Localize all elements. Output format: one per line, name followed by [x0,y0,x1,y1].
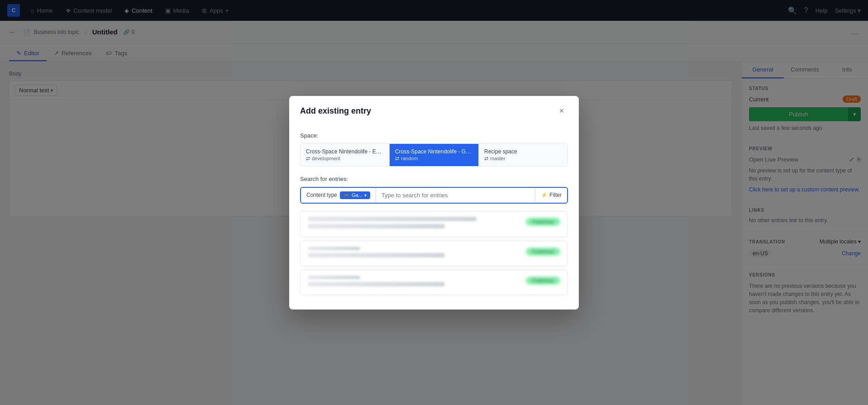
env-icon-2: ⇄ [484,156,488,162]
content-type-chevron-icon: ▾ [364,193,367,198]
result-item-0[interactable]: Published [300,211,568,237]
game-icon: 🎮 [343,192,350,198]
content-type-tag: 🎮 Ga... ▾ [340,191,370,199]
filter-icon: ⚡ [541,192,548,198]
result-right-0: Published [526,217,560,226]
results-list: Published Published [300,211,568,299]
modal: Add existing entry × Space: Cross-Space … [289,96,579,310]
env-icon-0: ⇄ [306,156,310,162]
result-line-1a [308,247,360,250]
result-right-1: Published [526,247,560,256]
result-left-2 [308,276,519,289]
space-tab-name-2: Recipe space [484,148,562,155]
result-line-0b [308,224,445,229]
result-right-2: Published [526,276,560,285]
modal-title: Add existing entry [300,106,371,116]
search-label: Search for entries: [300,176,568,182]
space-tab-env-0: ⇄ development [306,156,384,162]
result-line-2b [308,282,445,286]
search-bar: Content type 🎮 Ga... ▾ ⚡ Filter [300,187,568,204]
result-line-1b [308,253,445,257]
content-type-label: Content type [306,192,337,198]
result-item-1[interactable]: Published [300,241,568,266]
space-tab-env-1: ⇄ random [395,156,473,162]
filter-button[interactable]: ⚡ Filter [535,188,567,202]
modal-header: Add existing entry × [289,96,579,125]
result-item-2[interactable]: Published [300,270,568,295]
result-line-0a [308,217,477,221]
space-tab-cross-e[interactable]: Cross-Space Nintendolife - E… ⇄ developm… [300,144,390,166]
space-tab-recipe[interactable]: Recipe space ⇄ master [479,144,568,166]
space-tab-name-0: Cross-Space Nintendolife - E… [306,148,384,155]
result-line-2a [308,276,360,279]
space-tab-env-2: ⇄ master [484,156,562,162]
modal-body: Space: Cross-Space Nintendolife - E… ⇄ d… [289,125,579,310]
content-type-button[interactable]: Content type 🎮 Ga... ▾ [301,188,376,203]
space-tab-name-1: Cross-Space Nintendolife - G… [395,148,473,155]
result-badge-0: Published [526,218,560,226]
space-tabs: Cross-Space Nintendolife - E… ⇄ developm… [300,143,568,167]
space-tab-cross-g[interactable]: Cross-Space Nintendolife - G… ⇄ random [390,144,479,166]
result-badge-1: Published [526,248,560,256]
result-badge-2: Published [526,276,560,285]
env-icon-1: ⇄ [395,156,399,162]
search-input[interactable] [376,188,535,202]
modal-overlay: Add existing entry × Space: Cross-Space … [0,0,868,405]
result-left-0 [308,217,519,231]
result-left-1 [308,247,519,260]
modal-close-button[interactable]: × [555,105,568,118]
space-label: Space: [300,132,568,139]
